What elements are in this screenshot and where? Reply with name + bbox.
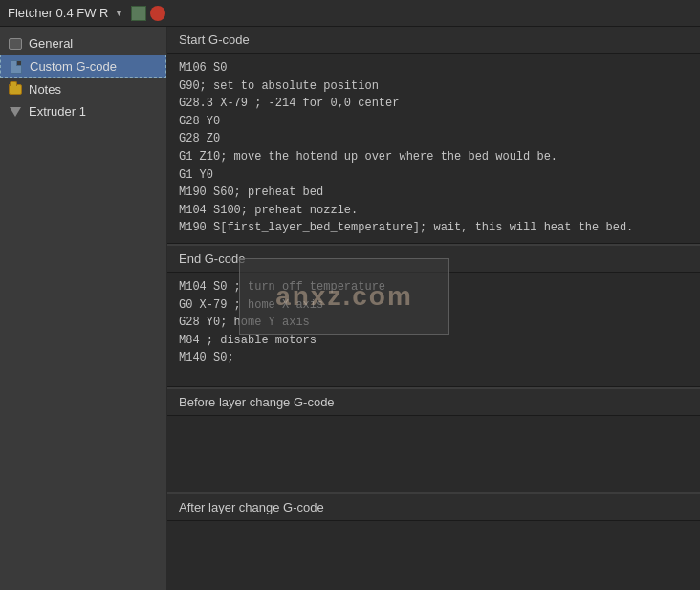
sidebar-item-notes[interactable]: Notes xyxy=(0,78,166,100)
after-layer-gcode-section: After layer change G-code xyxy=(167,494,700,590)
content-area: Start G-code M106 S0 G90; set to absolut… xyxy=(167,27,700,590)
sidebar-item-custom-gcode-label: Custom G-code xyxy=(30,59,117,74)
end-gcode-line-5: M140 S0; xyxy=(179,349,689,367)
dropdown-arrow-icon[interactable]: ▼ xyxy=(114,8,123,18)
after-layer-gcode-header: After layer change G-code xyxy=(167,494,700,521)
start-gcode-line-8: M190 S60; preheat bed xyxy=(179,184,689,202)
top-bar: Fletcher 0.4 FW R ▼ xyxy=(0,0,700,27)
sidebar-item-custom-gcode[interactable]: Custom G-code xyxy=(0,55,166,78)
sidebar-item-general-label: General xyxy=(29,36,73,51)
before-layer-gcode-body[interactable] xyxy=(167,416,700,492)
sidebar-item-extruder1[interactable]: Extruder 1 xyxy=(0,100,166,122)
after-layer-gcode-body[interactable] xyxy=(167,521,700,590)
start-gcode-line-9: M104 S100; preheat nozzle. xyxy=(179,202,689,220)
folder-icon xyxy=(9,84,22,95)
funnel-icon xyxy=(10,107,21,117)
sidebar-item-notes-label: Notes xyxy=(29,82,61,97)
end-gcode-line-4: M84 ; disable motors xyxy=(179,332,689,350)
start-gcode-body[interactable]: M106 S0 G90; set to absolute position G2… xyxy=(167,54,700,244)
close-icon[interactable] xyxy=(150,6,165,21)
start-gcode-line-4: G28 Y0 xyxy=(179,113,689,131)
sidebar-item-extruder1-label: Extruder 1 xyxy=(29,104,86,119)
main-layout: General Custom G-code Notes Extruder 1 S… xyxy=(0,27,700,590)
end-gcode-header: End G-code xyxy=(167,246,700,273)
end-gcode-body[interactable]: M104 S0 ; turn off temperature G0 X-79 ;… xyxy=(167,273,700,387)
start-gcode-line-5: G28 Z0 xyxy=(179,130,689,148)
app-title: Fletcher 0.4 FW R xyxy=(8,6,108,20)
doc-icon xyxy=(11,60,22,74)
start-gcode-line-2: G90; set to absolute position xyxy=(179,77,689,96)
end-gcode-line-3: G28 Y0; home Y axis xyxy=(179,314,689,332)
start-gcode-line-3: G28.3 X-79 ; -214 for 0,0 center xyxy=(179,95,689,113)
start-gcode-header: Start G-code xyxy=(167,27,700,54)
start-gcode-line-10: M190 S[first_layer_bed_temperature]; wai… xyxy=(179,219,689,237)
save-icon[interactable] xyxy=(131,6,146,21)
sidebar: General Custom G-code Notes Extruder 1 xyxy=(0,27,167,590)
end-gcode-line-2: G0 X-79 ; home X axis xyxy=(179,296,689,315)
before-layer-gcode-section: Before layer change G-code xyxy=(167,389,700,492)
printer-icon xyxy=(9,38,22,50)
start-gcode-section: Start G-code M106 S0 G90; set to absolut… xyxy=(167,27,700,244)
sidebar-item-general[interactable]: General xyxy=(0,33,166,55)
before-layer-gcode-header: Before layer change G-code xyxy=(167,389,700,416)
start-gcode-line-1: M106 S0 xyxy=(179,59,689,77)
end-gcode-section: End G-code M104 S0 ; turn off temperatur… xyxy=(167,246,700,387)
start-gcode-line-7: G1 Y0 xyxy=(179,166,689,185)
end-gcode-line-1: M104 S0 ; turn off temperature xyxy=(179,278,689,296)
start-gcode-line-6: G1 Z10; move the hotend up over where th… xyxy=(179,148,689,166)
